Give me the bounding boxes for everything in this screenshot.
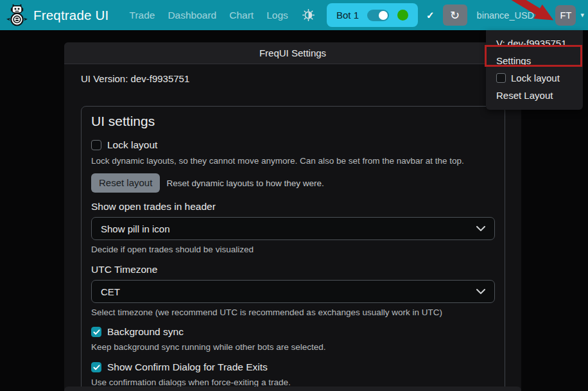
bot-selector-pill[interactable]: Bot 1 [327,3,418,27]
chevron-down-icon: ▾ [580,11,584,19]
reset-layout-button[interactable]: Reset layout [91,173,160,193]
page-title: FreqUI Settings [259,48,326,58]
lock-layout-checkbox-row[interactable]: Lock layout [91,139,495,151]
brand[interactable]: Freqtrade UI [5,3,108,27]
card-title: UI settings [91,112,495,130]
user-dropdown-menu: V: dev-f9935751 Settings Lock layout Res… [486,30,583,110]
lock-layout-menu-checkbox[interactable] [496,73,506,83]
timezone-label: UTC Timezone [91,263,495,275]
bot-toggle[interactable] [367,10,389,21]
version-label: V: dev-f9935751 [496,38,567,49]
chevron-down-icon [476,226,485,231]
check-icon[interactable]: ✓ [425,10,436,21]
bot-name-label: Bot 1 [336,10,359,21]
settings-panel-header: FreqUI Settings [64,42,521,64]
lock-layout-description: Lock dynamic layouts, so they cannot mov… [91,155,495,167]
reset-layout-description: Reset dynamic layouts to how they were. [166,178,324,188]
user-menu-button[interactable]: FT ▾ [555,5,584,26]
chevron-down-icon: ▾ [542,11,546,19]
chevron-down-icon [476,289,485,294]
bot-online-dot [397,10,408,21]
confirm-dialog-checkbox-row[interactable]: Show Confirm Dialog for Trade Exits [91,361,495,373]
lock-layout-checkbox[interactable] [91,140,101,150]
navbar-right-cluster: Bot 1 ✓ ↻ binance_USDT ▾ FT ▾ [327,3,584,27]
lock-layout-label: Lock layout [107,139,157,151]
settings-label: Settings [496,55,531,66]
nav-link-trade[interactable]: Trade [123,10,161,21]
theme-toggle-icon[interactable] [302,9,315,21]
open-trades-label: Show open trades in header [91,200,495,213]
open-trades-description: Decide if open trades should be visualiz… [91,244,495,256]
reset-layout-row: Reset layout Reset dynamic layouts to ho… [91,173,495,193]
background-sync-checkbox-row[interactable]: Background sync [91,326,495,338]
menu-item-lock-layout[interactable]: Lock layout [486,69,583,87]
next-section-strip [64,387,521,391]
nav-link-chart[interactable]: Chart [223,10,260,21]
confirm-dialog-label: Show Confirm Dialog for Trade Exits [107,361,268,373]
lock-layout-menu-label: Lock layout [511,73,560,83]
ui-version-text: UI Version: dev-f9935751 [81,73,505,85]
nav-link-dashboard[interactable]: Dashboard [161,10,223,21]
background-sync-label: Background sync [107,326,184,338]
menu-item-settings[interactable]: Settings [486,52,583,69]
bot-toggle-knob [379,11,388,20]
exchange-dropdown[interactable]: binance_USDT ▾ [477,10,546,21]
timezone-select[interactable]: CET [91,280,495,303]
navbar: Freqtrade UI Trade Dashboard Chart Logs … [0,0,588,30]
menu-item-reset-layout[interactable]: Reset Layout [486,87,583,104]
background-sync-checkbox[interactable] [91,327,101,337]
refresh-button[interactable]: ↻ [443,4,467,26]
nav-links: Trade Dashboard Chart Logs [123,10,294,21]
timezone-selected-value: CET [101,286,120,297]
open-trades-select[interactable]: Show pill in icon [91,217,495,240]
timezone-description: Select timezone (we recommend UTC is rec… [91,307,495,318]
ui-settings-card: UI settings Lock layout Lock dynamic lay… [81,106,505,391]
exchange-label: binance_USDT [477,10,540,21]
nav-link-logs[interactable]: Logs [260,10,295,21]
confirm-dialog-checkbox[interactable] [91,362,101,372]
refresh-icon: ↻ [450,10,460,21]
avatar: FT [555,5,576,26]
menu-item-version: V: dev-f9935751 [486,35,583,52]
settings-panel-body: UI Version: dev-f9935751 UI settings Loc… [64,64,521,391]
reset-layout-menu-label: Reset Layout [496,90,553,101]
settings-panel: FreqUI Settings UI Version: dev-f9935751… [64,42,521,391]
brand-title: Freqtrade UI [33,8,108,23]
open-trades-selected-value: Show pill in icon [101,223,170,234]
freqtrade-robot-logo-icon [5,3,29,27]
background-sync-description: Keep background sync running while other… [91,342,495,353]
